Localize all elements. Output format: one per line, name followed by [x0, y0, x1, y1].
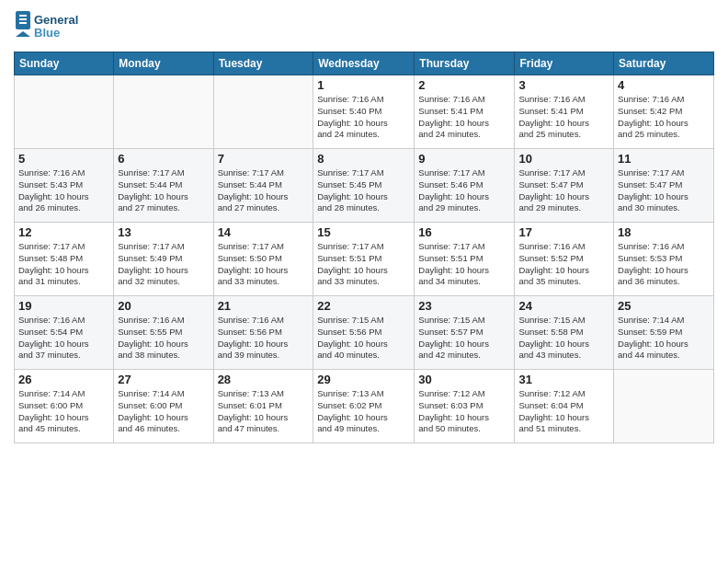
week-row-1: 1Sunrise: 7:16 AM Sunset: 5:40 PM Daylig… [15, 75, 714, 149]
day-number: 23 [418, 299, 510, 313]
day-info: Sunrise: 7:16 AM Sunset: 5:41 PM Dayligh… [518, 94, 609, 141]
day-info: Sunrise: 7:12 AM Sunset: 6:03 PM Dayligh… [418, 388, 510, 435]
day-number: 12 [18, 225, 109, 239]
day-info: Sunrise: 7:16 AM Sunset: 5:41 PM Dayligh… [418, 94, 510, 141]
day-info: Sunrise: 7:13 AM Sunset: 6:02 PM Dayligh… [317, 388, 410, 435]
svg-rect-6 [19, 22, 27, 24]
calendar-cell: 16Sunrise: 7:17 AM Sunset: 5:51 PM Dayli… [415, 223, 515, 296]
svg-rect-5 [19, 18, 27, 20]
day-number: 14 [218, 225, 310, 239]
day-number: 16 [418, 225, 510, 239]
day-info: Sunrise: 7:16 AM Sunset: 5:42 PM Dayligh… [618, 94, 710, 141]
day-info: Sunrise: 7:16 AM Sunset: 5:52 PM Dayligh… [518, 241, 609, 288]
calendar-cell: 31Sunrise: 7:12 AM Sunset: 6:04 PM Dayli… [515, 370, 614, 443]
day-number: 3 [518, 78, 609, 92]
page: General Blue SundayMondayTuesdayWednesda… [0, 0, 728, 563]
day-info: Sunrise: 7:15 AM Sunset: 5:57 PM Dayligh… [418, 315, 510, 362]
week-row-4: 19Sunrise: 7:16 AM Sunset: 5:54 PM Dayli… [15, 296, 714, 370]
calendar-cell: 10Sunrise: 7:17 AM Sunset: 5:47 PM Dayli… [515, 149, 614, 223]
column-header-tuesday: Tuesday [213, 52, 313, 75]
day-number: 8 [317, 152, 410, 166]
calendar-cell: 14Sunrise: 7:17 AM Sunset: 5:50 PM Dayli… [213, 223, 313, 296]
day-number: 20 [118, 299, 209, 313]
day-number: 22 [317, 299, 410, 313]
day-info: Sunrise: 7:16 AM Sunset: 5:53 PM Dayligh… [618, 241, 710, 288]
day-info: Sunrise: 7:16 AM Sunset: 5:56 PM Dayligh… [218, 315, 310, 362]
day-number: 21 [218, 299, 310, 313]
calendar-cell: 30Sunrise: 7:12 AM Sunset: 6:03 PM Dayli… [415, 370, 515, 443]
day-info: Sunrise: 7:14 AM Sunset: 6:00 PM Dayligh… [118, 388, 209, 435]
day-number: 31 [518, 373, 609, 386]
svg-marker-3 [16, 31, 30, 37]
svg-text:General: General [34, 13, 78, 27]
column-header-thursday: Thursday [415, 52, 515, 75]
day-number: 7 [218, 152, 310, 166]
day-info: Sunrise: 7:17 AM Sunset: 5:44 PM Dayligh… [218, 167, 310, 214]
calendar-cell: 20Sunrise: 7:16 AM Sunset: 5:55 PM Dayli… [114, 296, 213, 370]
calendar-cell [114, 75, 213, 149]
logo: General Blue [14, 9, 78, 44]
calendar-cell: 26Sunrise: 7:14 AM Sunset: 6:00 PM Dayli… [15, 370, 114, 443]
calendar-cell: 2Sunrise: 7:16 AM Sunset: 5:41 PM Daylig… [415, 75, 515, 149]
calendar-cell: 13Sunrise: 7:17 AM Sunset: 5:49 PM Dayli… [114, 223, 213, 296]
svg-text:Blue: Blue [34, 26, 60, 40]
day-info: Sunrise: 7:17 AM Sunset: 5:44 PM Dayligh… [118, 167, 209, 214]
day-info: Sunrise: 7:17 AM Sunset: 5:48 PM Dayligh… [18, 241, 109, 288]
calendar-cell: 8Sunrise: 7:17 AM Sunset: 5:45 PM Daylig… [313, 149, 415, 223]
day-info: Sunrise: 7:14 AM Sunset: 6:00 PM Dayligh… [18, 388, 109, 435]
day-number: 24 [518, 299, 609, 313]
calendar-cell: 27Sunrise: 7:14 AM Sunset: 6:00 PM Dayli… [114, 370, 213, 443]
calendar-cell: 24Sunrise: 7:15 AM Sunset: 5:58 PM Dayli… [515, 296, 614, 370]
day-number: 27 [118, 373, 209, 386]
day-number: 25 [618, 299, 710, 313]
calendar-cell: 12Sunrise: 7:17 AM Sunset: 5:48 PM Dayli… [15, 223, 114, 296]
day-info: Sunrise: 7:16 AM Sunset: 5:55 PM Dayligh… [118, 315, 209, 362]
day-info: Sunrise: 7:17 AM Sunset: 5:49 PM Dayligh… [118, 241, 209, 288]
day-info: Sunrise: 7:15 AM Sunset: 5:56 PM Dayligh… [317, 315, 410, 362]
day-number: 19 [18, 299, 109, 313]
day-number: 18 [618, 225, 710, 239]
calendar-cell [213, 75, 313, 149]
calendar-cell: 7Sunrise: 7:17 AM Sunset: 5:44 PM Daylig… [213, 149, 313, 223]
calendar-cell: 19Sunrise: 7:16 AM Sunset: 5:54 PM Dayli… [15, 296, 114, 370]
day-number: 17 [518, 225, 609, 239]
day-number: 9 [418, 152, 510, 166]
calendar-cell [15, 75, 114, 149]
day-info: Sunrise: 7:12 AM Sunset: 6:04 PM Dayligh… [518, 388, 609, 435]
week-row-3: 12Sunrise: 7:17 AM Sunset: 5:48 PM Dayli… [15, 223, 714, 296]
calendar-cell: 28Sunrise: 7:13 AM Sunset: 6:01 PM Dayli… [213, 370, 313, 443]
calendar-cell: 25Sunrise: 7:14 AM Sunset: 5:59 PM Dayli… [614, 296, 714, 370]
day-info: Sunrise: 7:17 AM Sunset: 5:51 PM Dayligh… [418, 241, 510, 288]
calendar-cell: 15Sunrise: 7:17 AM Sunset: 5:51 PM Dayli… [313, 223, 415, 296]
header: General Blue [14, 9, 714, 44]
day-number: 6 [118, 152, 209, 166]
day-info: Sunrise: 7:14 AM Sunset: 5:59 PM Dayligh… [618, 315, 710, 362]
calendar-cell: 5Sunrise: 7:16 AM Sunset: 5:43 PM Daylig… [15, 149, 114, 223]
day-number: 26 [18, 373, 109, 386]
day-number: 1 [317, 78, 410, 92]
column-header-monday: Monday [114, 52, 213, 75]
week-row-2: 5Sunrise: 7:16 AM Sunset: 5:43 PM Daylig… [15, 149, 714, 223]
logo-svg: General Blue [14, 9, 78, 44]
day-info: Sunrise: 7:17 AM Sunset: 5:51 PM Dayligh… [317, 241, 410, 288]
day-number: 11 [618, 152, 710, 166]
day-info: Sunrise: 7:15 AM Sunset: 5:58 PM Dayligh… [518, 315, 609, 362]
calendar-cell: 21Sunrise: 7:16 AM Sunset: 5:56 PM Dayli… [213, 296, 313, 370]
column-header-friday: Friday [515, 52, 614, 75]
calendar-cell: 17Sunrise: 7:16 AM Sunset: 5:52 PM Dayli… [515, 223, 614, 296]
calendar-cell: 18Sunrise: 7:16 AM Sunset: 5:53 PM Dayli… [614, 223, 714, 296]
day-info: Sunrise: 7:17 AM Sunset: 5:50 PM Dayligh… [218, 241, 310, 288]
week-row-5: 26Sunrise: 7:14 AM Sunset: 6:00 PM Dayli… [15, 370, 714, 443]
calendar-cell: 3Sunrise: 7:16 AM Sunset: 5:41 PM Daylig… [515, 75, 614, 149]
day-info: Sunrise: 7:13 AM Sunset: 6:01 PM Dayligh… [218, 388, 310, 435]
calendar-cell: 22Sunrise: 7:15 AM Sunset: 5:56 PM Dayli… [313, 296, 415, 370]
calendar-cell: 9Sunrise: 7:17 AM Sunset: 5:46 PM Daylig… [415, 149, 515, 223]
calendar-cell: 23Sunrise: 7:15 AM Sunset: 5:57 PM Dayli… [415, 296, 515, 370]
day-number: 29 [317, 373, 410, 386]
calendar-table: SundayMondayTuesdayWednesdayThursdayFrid… [14, 52, 714, 443]
day-info: Sunrise: 7:17 AM Sunset: 5:47 PM Dayligh… [618, 167, 710, 214]
day-info: Sunrise: 7:17 AM Sunset: 5:46 PM Dayligh… [418, 167, 510, 214]
day-info: Sunrise: 7:16 AM Sunset: 5:54 PM Dayligh… [18, 315, 109, 362]
day-number: 13 [118, 225, 209, 239]
column-header-sunday: Sunday [15, 52, 114, 75]
